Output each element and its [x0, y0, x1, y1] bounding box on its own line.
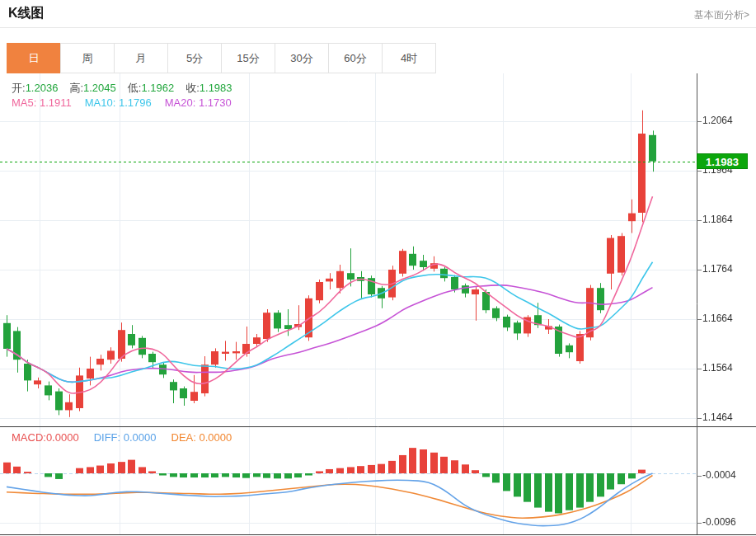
y-axis-label: 1.1564: [702, 362, 733, 374]
ma20-legend: MA20: 1.1730: [165, 96, 232, 109]
y-axis-label: -0.0096: [702, 516, 736, 528]
open-label: 开:: [12, 82, 26, 94]
low-value: 1.1962: [141, 82, 174, 94]
low-label: 低:: [128, 82, 142, 94]
y-axis-label: 1.1864: [702, 214, 733, 225]
timeframe-tab-bar: 日周月5分15分30分60分4时: [7, 43, 436, 73]
close-value: 1.1983: [200, 82, 232, 94]
diff-value: DIFF: 0.0000: [94, 431, 157, 444]
y-axis-label: 1.1664: [702, 313, 733, 324]
tab-week[interactable]: 周: [60, 43, 115, 73]
high-label: 高:: [69, 82, 83, 94]
ohlc-legend: 开:1.2036高:1.2045低:1.1962收:1.1983: [12, 81, 244, 96]
macd-value: MACD:0.0000: [12, 431, 79, 444]
y-axis-label: 1.1464: [702, 411, 733, 423]
macd-legend: MACD:0.0000DIFF: 0.0000DEA: 0.0000: [12, 431, 232, 444]
y-axis-label: 1.1764: [702, 263, 733, 275]
current-price-tag: 1.1983: [697, 153, 748, 169]
high-value: 1.2045: [83, 82, 116, 94]
fundamental-analysis-link[interactable]: 基本面分析>: [694, 8, 749, 22]
close-label: 收:: [185, 82, 200, 94]
tab-day[interactable]: 日: [7, 43, 61, 73]
tab-15min[interactable]: 15分: [221, 43, 275, 73]
tab-5min[interactable]: 5分: [167, 43, 222, 73]
y-axis-label: 1.2064: [702, 115, 733, 126]
tab-30min[interactable]: 30分: [275, 43, 329, 73]
ma10-legend: MA10: 1.1796: [85, 96, 152, 109]
ma5-legend: MA5: 1.1911: [12, 96, 72, 109]
open-value: 1.2036: [26, 82, 59, 94]
page-title: K线图: [8, 5, 45, 22]
y-axis-label: -0.0004: [702, 469, 736, 481]
tab-4hour[interactable]: 4时: [382, 43, 436, 73]
tab-60min[interactable]: 60分: [328, 43, 383, 73]
kline-page: K线图 基本面分析> 日周月5分15分30分60分4时 开:1.2036高:1.…: [0, 0, 756, 536]
ma-legend: MA5: 1.1911MA10: 1.1796MA20: 1.1730: [12, 96, 232, 109]
dea-value: DEA: 0.0000: [171, 431, 232, 444]
header-divider: [0, 27, 756, 28]
tab-month[interactable]: 月: [114, 43, 168, 73]
